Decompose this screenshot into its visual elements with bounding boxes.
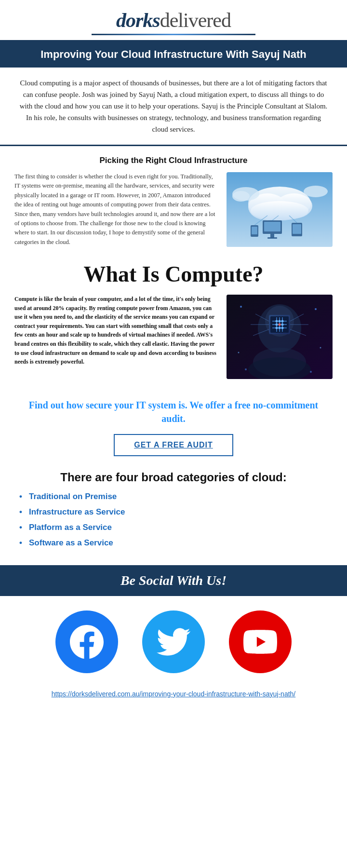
intro-text: Cloud computing is a major aspect of tho… — [19, 77, 328, 135]
social-icons-section — [0, 596, 347, 683]
svg-rect-13 — [293, 224, 301, 234]
compute-image — [227, 295, 333, 379]
svg-point-31 — [279, 320, 281, 323]
youtube-svg — [243, 625, 277, 659]
picking-image — [227, 172, 333, 247]
svg-point-38 — [281, 327, 284, 329]
svg-rect-15 — [252, 227, 257, 234]
social-banner-heading: Be Social With Us! — [8, 573, 339, 588]
svg-point-48 — [315, 308, 317, 310]
social-banner: Be Social With Us! — [0, 565, 347, 596]
twitter-icon[interactable] — [142, 610, 205, 673]
svg-rect-9 — [264, 222, 280, 231]
list-item: Platform as a Service — [19, 523, 328, 532]
svg-point-4 — [251, 201, 308, 220]
get-free-audit-button[interactable]: GET A FREE AUDIT — [114, 434, 233, 456]
picking-section: Picking the Right Cloud Infrastructure T… — [0, 146, 347, 257]
picking-heading: Picking the Right Cloud Infrastructure — [14, 156, 333, 165]
svg-point-52 — [310, 371, 312, 373]
svg-point-50 — [320, 347, 321, 349]
cloud-image — [227, 172, 333, 247]
youtube-icon[interactable] — [229, 610, 292, 673]
svg-point-30 — [276, 320, 278, 323]
svg-point-37 — [279, 327, 281, 329]
svg-point-6 — [232, 191, 250, 202]
svg-point-35 — [281, 324, 284, 326]
picking-text: The first thing to consider is whether t… — [14, 172, 219, 247]
logo-dorks: dorks — [116, 9, 160, 31]
categories-list: Traditional on Premise Infrastructure as… — [19, 492, 328, 548]
list-item: Traditional on Premise — [19, 492, 328, 502]
intro-section: Cloud computing is a major aspect of tho… — [0, 68, 347, 146]
categories-section: There are four broad categories of cloud… — [0, 466, 347, 565]
compute-text: Compute is like the brain of your comput… — [14, 295, 219, 366]
facebook-icon[interactable] — [55, 610, 118, 673]
svg-point-34 — [279, 324, 281, 326]
svg-rect-11 — [267, 237, 277, 239]
facebook-svg — [70, 625, 104, 659]
chip-illustration — [227, 295, 333, 379]
logo-delivered: delivered — [160, 9, 231, 31]
chip-image — [227, 295, 333, 379]
footer-link[interactable]: https://dorksdelivered.com.au/improving-… — [52, 690, 296, 698]
svg-point-32 — [281, 320, 284, 323]
compute-content: Compute is like the brain of your comput… — [14, 295, 333, 379]
picking-content: The first thing to consider is whether t… — [14, 172, 333, 247]
page-title: Improving Your Cloud Infrastructure With… — [10, 48, 337, 61]
header: dorksdelivered — [0, 0, 347, 41]
svg-point-47 — [240, 306, 242, 308]
compute-heading: What Is Compute? — [14, 261, 333, 287]
svg-point-49 — [238, 352, 240, 353]
list-item: Infrastructure as Service — [19, 507, 328, 517]
compute-section: What Is Compute? Compute is like the bra… — [0, 257, 347, 389]
svg-point-36 — [276, 327, 278, 329]
cloud-illustration — [227, 172, 333, 247]
svg-point-7 — [304, 186, 328, 197]
footer-link-section: https://dorksdelivered.com.au/improving-… — [0, 683, 347, 710]
svg-point-51 — [245, 368, 247, 370]
logo: dorksdelivered — [0, 9, 347, 32]
audit-cta-text: Find out how secure your IT system is. W… — [19, 398, 328, 425]
logo-underline — [92, 34, 255, 35]
audit-cta-section: Find out how secure your IT system is. W… — [0, 389, 347, 466]
title-banner: Improving Your Cloud Infrastructure With… — [0, 41, 347, 68]
twitter-svg — [157, 625, 190, 659]
svg-point-33 — [276, 324, 278, 326]
list-item: Software as a Service — [19, 538, 328, 548]
categories-heading: There are four broad categories of cloud… — [19, 471, 328, 484]
svg-rect-10 — [270, 234, 274, 238]
